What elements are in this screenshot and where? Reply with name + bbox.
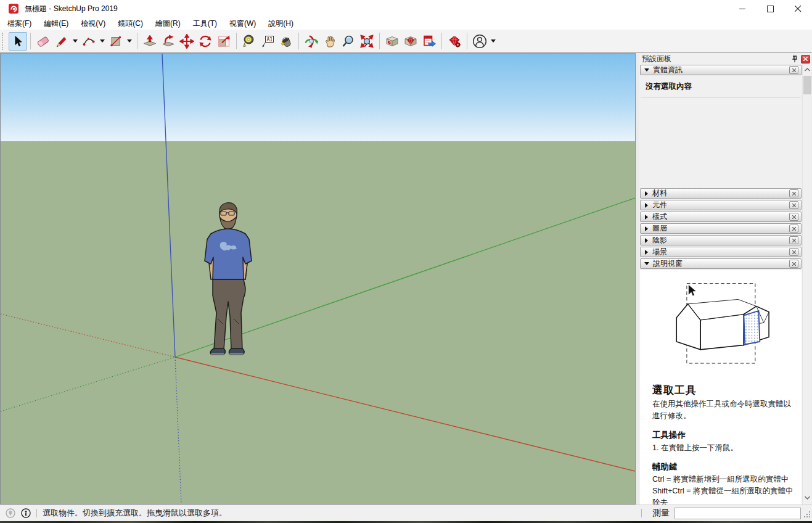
chevron-right-icon [645,226,648,231]
extension-manager-icon [447,34,462,49]
scroll-up-button[interactable] [803,65,812,75]
measurements-input[interactable] [675,508,801,519]
rotate-tool-button[interactable] [196,32,215,51]
menu-view[interactable]: 檢視(V) [75,17,112,30]
account-button[interactable] [470,32,489,51]
section-close-button[interactable] [789,236,798,244]
section-materials[interactable]: 材料 [640,188,802,199]
menu-camera[interactable]: 鏡頭(C) [112,17,149,30]
push-pull-tool-button[interactable] [141,32,159,51]
section-entity-info[interactable]: 實體資訊 [640,65,802,75]
section-close-button[interactable] [789,189,798,197]
paint-bucket-tool-button[interactable] [277,32,295,51]
text-tool-button[interactable]: A1 [258,32,277,51]
section-close-button[interactable] [789,248,798,256]
follow-me-tool-button[interactable] [159,32,178,51]
section-close-button[interactable] [789,66,798,74]
main-area: 預設面板 實體資訊 沒有選取內容 [0,53,812,504]
3d-warehouse-button[interactable] [383,32,401,51]
minimize-button[interactable] [729,0,757,17]
line-tool-dropdown[interactable] [71,32,80,51]
geolocation-icon [6,508,15,518]
menu-edit[interactable]: 編輯(E) [38,17,75,30]
select-tool-button[interactable] [9,32,27,51]
section-close-button[interactable] [789,224,798,233]
default-tray-panel: 預設面板 實體資訊 沒有選取內容 [639,53,811,504]
section-instructor[interactable]: 說明視窗 [640,258,802,269]
zoom-extents-icon [359,34,374,49]
section-styles[interactable]: 樣式 [640,212,802,222]
scroll-down-button[interactable] [803,493,812,503]
toolbar-separator [379,33,380,49]
eraser-tool-button[interactable] [34,32,52,51]
panel-scrollbar[interactable] [802,65,811,504]
sketchup-logo-icon [9,4,18,14]
orbit-tool-button[interactable] [302,32,321,51]
close-icon [792,262,796,266]
model-scene [1,54,635,504]
rectangle-tool-button[interactable] [107,32,125,51]
statusbar-separator [36,509,37,517]
rotate-icon [198,34,213,49]
move-tool-button[interactable] [178,32,196,51]
menu-window[interactable]: 視窗(W) [223,17,262,30]
section-label: 陰影 [652,235,667,245]
menu-draw[interactable]: 繪圖(R) [149,17,187,30]
close-icon [792,250,796,254]
zoom-magnifier-icon [341,34,356,49]
arc-tool-dropdown[interactable] [98,32,107,51]
maximize-icon [767,6,774,12]
close-icon [795,6,802,12]
text-tool-glyph: A1 [267,36,273,42]
toolbar-separator [137,33,137,49]
section-shadows[interactable]: 陰影 [640,235,802,245]
scrollbar-thumb[interactable] [803,76,811,94]
extension-warehouse-button[interactable] [401,32,420,51]
section-close-button[interactable] [789,201,798,209]
menu-tools[interactable]: 工具(T) [187,17,223,30]
close-button[interactable] [784,0,812,17]
send-to-layout-button[interactable] [420,32,438,51]
menu-help[interactable]: 說明(H) [262,17,300,30]
instructor-operation-step: 1. 在實體上按一下滑鼠。 [652,442,794,454]
account-dropdown[interactable] [489,32,498,51]
tape-measure-tool-button[interactable] [240,32,258,51]
pan-tool-button[interactable] [321,32,339,51]
resize-grip[interactable] [801,507,812,519]
menu-file[interactable]: 檔案(F) [1,17,38,30]
rectangle-tool-dropdown[interactable] [125,32,134,51]
section-scenes[interactable]: 場景 [640,247,802,257]
toolbar-separator [441,33,442,49]
maximize-button[interactable] [757,0,784,17]
instructor-modifier-ctrl: Ctrl = 將實體新增到一組所選取的實體中 [652,474,794,485]
toolbar-separator [298,33,299,49]
close-icon [792,192,796,196]
close-icon [792,68,796,72]
zoom-tool-button[interactable] [339,32,358,51]
panel-header[interactable]: 預設面板 [639,53,811,65]
instructor-title: 選取工具 [652,383,794,397]
measurements-label: 測量 [652,508,670,519]
section-components[interactable]: 元件 [640,200,802,210]
credits-button[interactable] [21,508,31,518]
geolocation-button[interactable] [6,508,15,518]
viewport-3d[interactable] [0,53,636,504]
window-title: 無標題 - SketchUp Pro 2019 [25,4,118,14]
zoom-extents-tool-button[interactable] [358,32,376,51]
section-close-button[interactable] [789,260,798,268]
arc-tool-button[interactable] [80,32,98,51]
instructor-modifier-heading: 輔助鍵 [652,461,794,472]
status-bar: 選取物件。切換到擴充選取。拖曳滑鼠以選取多項。 測量 [0,504,812,521]
section-close-button[interactable] [789,213,798,221]
panel-close-button[interactable] [801,55,810,64]
section-layers[interactable]: 圖層 [640,223,802,234]
scale-tool-button[interactable] [215,32,233,51]
pin-button[interactable] [790,54,800,64]
toolbar-drag-handle[interactable] [2,33,5,50]
line-tool-button[interactable] [52,32,71,51]
toolbar-separator [30,33,31,49]
chevron-right-icon [645,215,648,220]
chevron-down-icon [644,262,649,265]
toolbar: A1 [0,30,812,53]
extension-manager-button[interactable] [445,32,464,51]
